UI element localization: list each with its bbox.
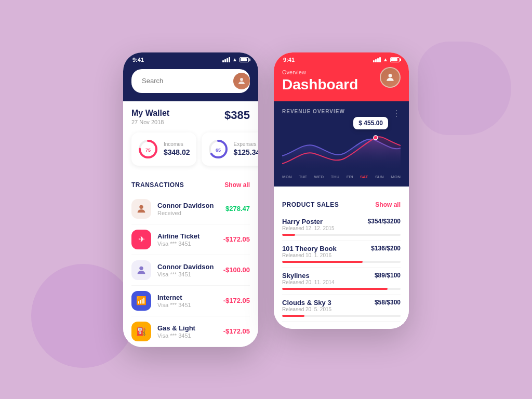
revenue-chart <box>282 119 401 171</box>
product-value-3: $58/$300 <box>375 299 401 306</box>
transactions-section: TRANSACTIONS Show all Connor Davidson Re… <box>123 174 258 347</box>
battery-icon <box>240 57 249 62</box>
product-name-1: 101 Theory Book <box>282 245 337 252</box>
chart-day-wed: WED <box>314 175 324 179</box>
progress-fill-3 <box>282 315 304 317</box>
wifi-icon: ▲ <box>232 57 237 62</box>
transaction-item[interactable]: 📶 Internet Visa *** 3451 -$172.05 <box>131 286 250 316</box>
product-name-0: Harry Poster <box>282 218 335 225</box>
trans-info-1: Airline Ticket Visa *** 3451 <box>157 232 217 247</box>
status-bar-wallet: 9:41 ▲ <box>123 52 258 65</box>
svg-point-10 <box>139 266 143 270</box>
status-icons-wallet: ▲ <box>222 57 249 62</box>
svg-point-12 <box>374 136 378 140</box>
product-item[interactable]: Skylines Released 20. 11. 2014 $89/$100 <box>282 268 401 295</box>
chart-day-sun: SUN <box>375 175 384 179</box>
status-time-wallet: 9:41 <box>132 57 144 63</box>
product-value-1: $136/$200 <box>371 245 401 252</box>
product-item[interactable]: 101 Theory Book Released 10. 1. 2016 $13… <box>282 241 401 268</box>
trans-icon-3: 📶 <box>131 291 151 311</box>
transactions-title: TRANSACTIONS <box>131 181 184 189</box>
chart-card: REVENUE OVERVIEW ⋮ $ 455.00 <box>274 101 409 187</box>
transaction-item[interactable]: ⛽ Gas & Light Visa *** 3451 -$172.05 <box>131 316 250 347</box>
chart-area <box>282 119 401 171</box>
product-item[interactable]: Clouds & Sky 3 Released 20. 5. 2015 $58/… <box>282 295 401 322</box>
product-release-2: Released 20. 11. 2014 <box>282 280 335 285</box>
trans-icon-4: ⛽ <box>131 322 151 341</box>
progress-fill-2 <box>282 288 388 290</box>
svg-point-11 <box>389 74 392 77</box>
chart-day-mon1: MON <box>282 175 292 179</box>
transaction-item[interactable]: ✈ Airline Ticket Visa *** 3451 -$172.05 <box>131 224 250 255</box>
trans-info-0: Connor Davidson Received <box>157 202 219 216</box>
progress-container-3 <box>282 315 401 317</box>
search-input[interactable] <box>142 77 229 85</box>
trans-amount-2: -$100.00 <box>223 266 250 274</box>
dashboard-avatar[interactable] <box>380 67 401 88</box>
trans-amount-3: -$172.05 <box>223 297 250 304</box>
wallet-amount: $385 <box>224 109 250 122</box>
product-release-1: Released 10. 1. 2016 <box>282 252 337 258</box>
chart-day-fri: FRI <box>347 175 353 179</box>
product-release-3: Released 20. 5. 2015 <box>282 307 331 312</box>
trans-amount-1: -$172.05 <box>223 235 250 243</box>
phones-container: 9:41 ▲ <box>113 42 419 357</box>
signal-icon-dash <box>373 57 381 62</box>
svg-point-9 <box>139 205 143 208</box>
product-name-2: Skylines <box>282 272 335 280</box>
transaction-item[interactable]: Connor Davidson Received $278.47 <box>131 194 250 224</box>
chart-menu[interactable]: ⋮ <box>392 109 401 118</box>
trans-info-2: Connor Davidson Visa *** 3451 <box>157 263 217 277</box>
transactions-header: TRANSACTIONS Show all <box>131 174 250 194</box>
status-bar-dashboard: 9:41 ▲ <box>274 52 409 65</box>
chart-title: REVENUE OVERVIEW <box>282 109 401 114</box>
user-avatar-wallet[interactable] <box>233 73 250 89</box>
battery-icon-dash <box>390 57 400 62</box>
status-icons-dashboard: ▲ <box>373 57 400 62</box>
trans-name-0: Connor Davidson <box>157 202 219 209</box>
trans-icon-1: ✈ <box>131 230 151 249</box>
chart-day-mon2: MON <box>391 175 401 179</box>
wallet-title: My Wallet <box>131 109 169 118</box>
incomes-value: $348.02 <box>164 148 190 156</box>
trans-name-3: Internet <box>157 294 217 301</box>
product-sales-section: PRODUCT SALES Show all Harry Poster Rele… <box>274 187 409 329</box>
product-sales-show-all[interactable]: Show all <box>375 201 401 208</box>
trans-sub-1: Visa *** 3451 <box>157 241 217 247</box>
trans-sub-2: Visa *** 3451 <box>157 271 217 277</box>
product-sales-title: PRODUCT SALES <box>282 201 339 208</box>
trans-name-4: Gas & Light <box>157 324 217 332</box>
expenses-label: Expenses <box>234 141 258 147</box>
svg-text:65: 65 <box>216 148 221 153</box>
transactions-show-all[interactable]: Show all <box>224 181 250 189</box>
chart-day-tue: TUE <box>299 175 307 179</box>
expenses-card[interactable]: 65 Expenses $125.34 <box>202 132 258 166</box>
trans-sub-0: Received <box>157 210 219 216</box>
progress-container-0 <box>282 234 401 236</box>
product-value-2: $89/$100 <box>375 272 401 279</box>
product-sales-header: PRODUCT SALES Show all <box>282 194 401 214</box>
progress-container-2 <box>282 288 401 290</box>
trans-amount-0: $278.47 <box>225 205 250 212</box>
product-header-2: Skylines Released 20. 11. 2014 $89/$100 <box>282 272 401 285</box>
chart-day-thu: THU <box>331 175 339 179</box>
wallet-date: 27 Nov 2018 <box>131 119 169 125</box>
expenses-donut: 65 <box>208 139 229 159</box>
transaction-list: Connor Davidson Received $278.47 ✈ Airli… <box>131 194 250 347</box>
progress-container-1 <box>282 261 401 263</box>
incomes-card[interactable]: 75 Incomes $348.02 <box>131 132 196 166</box>
wallet-info: My Wallet 27 Nov 2018 $385 <box>123 101 258 127</box>
product-value-0: $354/$3200 <box>368 218 401 225</box>
trans-amount-4: -$172.05 <box>223 327 250 335</box>
svg-text:75: 75 <box>145 148 151 153</box>
top-section <box>123 65 258 101</box>
svg-point-2 <box>240 78 243 81</box>
search-bar[interactable] <box>131 69 250 93</box>
product-item[interactable]: Harry Poster Released 12. 12. 2015 $354/… <box>282 214 401 241</box>
phone-wallet: 9:41 ▲ <box>123 52 258 347</box>
trans-info-4: Gas & Light Visa *** 3451 <box>157 324 217 339</box>
transaction-item[interactable]: Connor Davidson Visa *** 3451 -$100.00 <box>131 255 250 286</box>
phone-dashboard: 9:41 ▲ Overview Dashboard <box>274 52 409 329</box>
trans-name-2: Connor Davidson <box>157 263 217 271</box>
chart-day-sat: SAT <box>360 175 368 179</box>
